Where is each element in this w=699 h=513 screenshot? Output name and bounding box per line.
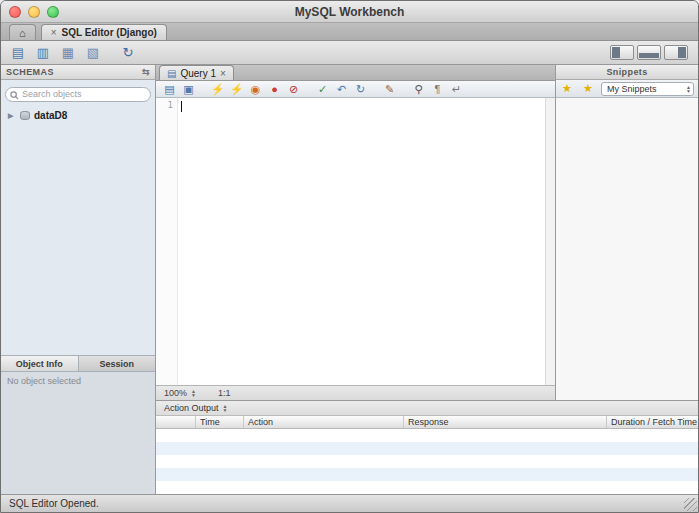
snippets-toolbar: ★★ My Snippets ▲ ▼ bbox=[556, 80, 698, 98]
editor-snippets-row: ▤ Query 1 × ▤▣⚡⚡◉●⊘✓↶↻✎⚲¶↵ 1 bbox=[156, 65, 698, 400]
find-icon[interactable]: ⚲ bbox=[411, 82, 426, 97]
output-selector-value: Action Output bbox=[164, 403, 219, 413]
output-selector-stepper[interactable]: ▲ ▼ bbox=[223, 404, 228, 412]
main-toolbar-icons: ▤▥▦▧↻ bbox=[9, 44, 137, 62]
execute-script-icon[interactable]: ⚡ bbox=[210, 82, 225, 97]
show-invisibles-icon[interactable]: ¶ bbox=[430, 82, 445, 97]
schema-tree-item-datad8[interactable]: ▶ dataD8 bbox=[1, 108, 155, 124]
output-row bbox=[156, 481, 698, 494]
open-sql-script-icon[interactable]: ▥ bbox=[34, 44, 52, 62]
text-caret bbox=[181, 101, 182, 112]
open-script-icon[interactable]: ▤ bbox=[162, 82, 177, 97]
panel-view-toggles bbox=[610, 45, 688, 60]
column-header-action[interactable]: Action bbox=[244, 416, 404, 428]
output-row bbox=[156, 455, 698, 468]
toggle-sidebar-icon bbox=[612, 47, 620, 58]
schemas-header-label: SCHEMAS bbox=[6, 67, 54, 77]
snippets-header: Snippets bbox=[556, 65, 698, 80]
disclosure-triangle-icon[interactable]: ▶ bbox=[8, 112, 16, 120]
snippets-icons: ★★ bbox=[560, 82, 595, 96]
add-snippet-icon[interactable]: ★ bbox=[560, 82, 574, 96]
no-selection-text: No object selected bbox=[7, 376, 81, 386]
query-tabbar: ▤ Query 1 × bbox=[156, 65, 555, 81]
execute-current-statement-icon[interactable]: ⚡ bbox=[229, 82, 244, 97]
column-header-time[interactable]: Time bbox=[196, 416, 244, 428]
schema-label: dataD8 bbox=[34, 110, 67, 121]
line-number-gutter: 1 bbox=[156, 98, 178, 385]
schema-icon bbox=[20, 111, 30, 120]
stepper-down-icon[interactable]: ▼ bbox=[191, 393, 196, 397]
editor-toolbar: ▤▣⚡⚡◉●⊘✓↶↻✎⚲¶↵ bbox=[156, 81, 555, 98]
editor-column: ▤ Query 1 × ▤▣⚡⚡◉●⊘✓↶↻✎⚲¶↵ 1 bbox=[156, 65, 555, 400]
toggle-output-icon bbox=[639, 53, 659, 58]
toggle-snippets-icon bbox=[678, 47, 686, 58]
connection-tabstrip: ⌂ × SQL Editor (Django) bbox=[1, 23, 698, 41]
search-objects-input[interactable] bbox=[5, 87, 151, 102]
close-tab-icon[interactable]: × bbox=[51, 27, 57, 38]
toggle-autocommit-icon[interactable]: ↻ bbox=[353, 82, 368, 97]
object-info-label: Object Info bbox=[16, 359, 63, 369]
snippets-dropdown-value: My Snippets bbox=[607, 84, 686, 94]
rollback-icon[interactable]: ↶ bbox=[334, 82, 349, 97]
reconnect-dbms-icon[interactable]: ↻ bbox=[119, 44, 137, 62]
main-toolbar: ▤▥▦▧↻ bbox=[1, 41, 698, 65]
output-table-header: Time Action Response Duration / Fetch Ti… bbox=[156, 416, 698, 429]
editor-toolbar-icons: ▤▣⚡⚡◉●⊘✓↶↻✎⚲¶↵ bbox=[162, 82, 464, 97]
query-tab-label: Query 1 bbox=[180, 68, 216, 79]
schema-tree: ▶ dataD8 bbox=[1, 105, 155, 356]
tab-session[interactable]: Session bbox=[79, 356, 156, 371]
toggle-output-button[interactable] bbox=[637, 45, 661, 60]
mysql-workbench-window: MySQL Workbench ⌂ × SQL Editor (Django) … bbox=[0, 0, 699, 513]
status-text: SQL Editor Opened. bbox=[9, 498, 99, 509]
stepper-down-icon: ▼ bbox=[223, 408, 228, 412]
stop-on-error-icon[interactable]: ⊘ bbox=[286, 82, 301, 97]
right-region: ▤ Query 1 × ▤▣⚡⚡◉●⊘✓↶↻✎⚲¶↵ 1 bbox=[156, 65, 698, 494]
close-query-tab-icon[interactable]: × bbox=[220, 68, 226, 79]
title-bar: MySQL Workbench bbox=[1, 1, 698, 23]
new-schema-icon[interactable]: ▦ bbox=[59, 44, 77, 62]
line-number: 1 bbox=[168, 100, 173, 110]
sql-editor: 1 bbox=[156, 98, 555, 385]
insert-snippet-icon[interactable]: ★ bbox=[581, 82, 595, 96]
snippets-category-dropdown[interactable]: My Snippets ▲ ▼ bbox=[601, 82, 694, 96]
snippets-header-label: Snippets bbox=[606, 67, 647, 77]
output-row bbox=[156, 442, 698, 455]
resize-grip[interactable] bbox=[684, 498, 697, 511]
schemas-sidebar: SCHEMAS ⇆ ▶ dataD8 bbox=[1, 65, 156, 494]
save-script-icon[interactable]: ▣ bbox=[181, 82, 196, 97]
tab-home[interactable]: ⌂ bbox=[9, 24, 36, 40]
output-table-rows bbox=[156, 429, 698, 494]
tab-object-info[interactable]: Object Info bbox=[1, 356, 79, 371]
editor-scrollbar[interactable] bbox=[545, 98, 555, 385]
column-header-duration[interactable]: Duration / Fetch Time bbox=[607, 416, 698, 428]
beautify-sql-icon[interactable]: ✎ bbox=[382, 82, 397, 97]
query-doc-icon: ▤ bbox=[167, 68, 176, 79]
zoom-stepper[interactable]: ▲ ▼ bbox=[191, 389, 196, 397]
toggle-snippets-button[interactable] bbox=[664, 45, 688, 60]
column-header-response[interactable]: Response bbox=[404, 416, 607, 428]
tab-sql-editor-django[interactable]: × SQL Editor (Django) bbox=[41, 24, 167, 40]
content-area: SCHEMAS ⇆ ▶ dataD8 bbox=[1, 65, 698, 494]
column-header-icon[interactable] bbox=[156, 416, 196, 428]
new-table-icon[interactable]: ▧ bbox=[84, 44, 102, 62]
output-type-selector[interactable]: Action Output ▲ ▼ bbox=[156, 401, 698, 416]
code-area[interactable] bbox=[178, 98, 545, 385]
toggle-sidebar-button[interactable] bbox=[610, 45, 634, 60]
new-sql-tab-icon[interactable]: ▤ bbox=[9, 44, 27, 62]
commit-icon[interactable]: ✓ bbox=[315, 82, 330, 97]
toggle-wrap-icon[interactable]: ↵ bbox=[449, 82, 464, 97]
zoom-value: 100% bbox=[164, 388, 187, 398]
search-icon bbox=[10, 86, 19, 104]
output-row bbox=[156, 468, 698, 481]
window-title: MySQL Workbench bbox=[1, 5, 698, 19]
snippets-panel: Snippets ★★ My Snippets ▲ ▼ bbox=[555, 65, 698, 400]
session-label: Session bbox=[99, 359, 134, 369]
snippets-list[interactable] bbox=[556, 98, 698, 400]
home-icon: ⌂ bbox=[19, 27, 26, 39]
tab-label: SQL Editor (Django) bbox=[62, 27, 157, 38]
explain-plan-icon[interactable]: ◉ bbox=[248, 82, 263, 97]
tab-query-1[interactable]: ▤ Query 1 × bbox=[159, 65, 234, 80]
collapse-panel-icon[interactable]: ⇆ bbox=[142, 67, 150, 77]
stop-execution-icon[interactable]: ● bbox=[267, 82, 282, 97]
snippets-dropdown-stepper[interactable]: ▲ ▼ bbox=[686, 85, 691, 93]
